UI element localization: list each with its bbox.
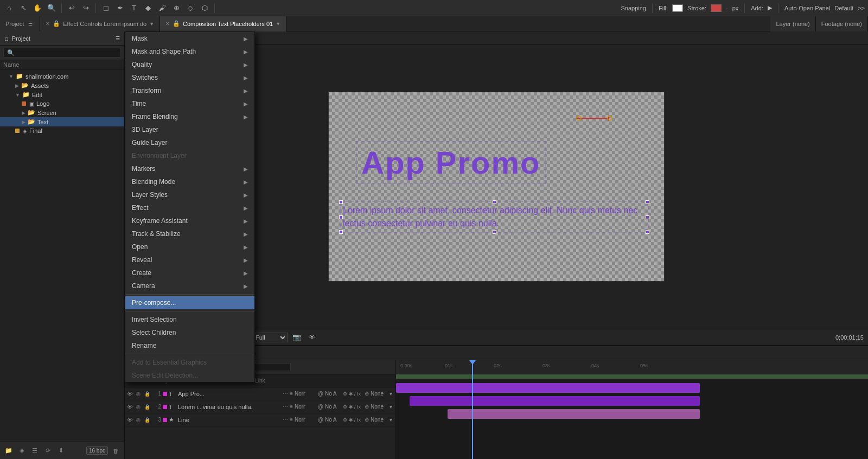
menu-transform[interactable]: Transform ▶ [125,84,254,97]
tree-snailmotion[interactable]: ▼ 📁 snailmotion.com [0,72,124,81]
tree-edit[interactable]: ▼ 📁 Edit [0,90,124,99]
zoom-tool[interactable]: 🔍 [46,2,58,14]
layer-2-parent[interactable]: None [371,404,387,410]
layer-1-parent[interactable]: None [371,391,387,397]
resolution-select[interactable]: Full Half Quarter [251,333,288,342]
menu-mask-shape[interactable]: Mask and Shape Path ▶ [125,45,254,58]
fill-color[interactable] [672,4,683,12]
layer-3-lock[interactable]: 🔒 [144,417,151,423]
layer-1-trkmat[interactable]: No A [325,391,341,397]
footage-tab[interactable]: Footage (none) [816,16,868,31]
track-bar-2[interactable] [410,396,700,406]
menu-effect[interactable]: Effect ▶ [125,201,254,214]
menu-time[interactable]: Time ▶ [125,97,254,110]
comp-snapshot-icon[interactable]: 📷 [291,331,303,343]
layer-1-lock[interactable]: 🔒 [144,391,151,397]
menu-layer-styles[interactable]: Layer Styles ▶ [125,188,254,201]
mask-tool[interactable]: ◻ [100,2,112,14]
layer-1-solo[interactable]: ◎ [136,391,143,397]
new-comp-icon[interactable]: ◈ [16,445,27,456]
effect-tab-arrow[interactable]: ▼ [149,21,154,27]
select-tool[interactable]: ↖ [17,2,29,14]
menu-switches[interactable]: Switches ▶ [125,71,254,84]
composition-tab[interactable]: ✕ 🔒 Composition Text Placeholders 01 ▼ [160,16,286,31]
project-search-input[interactable] [3,48,121,58]
extend-btn[interactable]: >> [858,5,865,11]
stroke-color[interactable] [711,4,722,12]
pen-tool[interactable]: ✒ [114,2,126,14]
layer-2-lock[interactable]: 🔒 [144,404,151,410]
auto-open-label[interactable]: Auto-Open Panel [784,5,830,11]
timeline-tracks[interactable]: 0;00s 01s 02s 03s 04s 05s [396,360,868,459]
clone-tool[interactable]: ⊕ [170,2,182,14]
layer-2-trkmat[interactable]: No A [325,404,341,410]
menu-precompose[interactable]: Pre-compose... [125,296,254,309]
track-bar-3[interactable] [448,409,700,419]
menu-quality[interactable]: Quality ▶ [125,58,254,71]
track-bar-1[interactable] [396,383,700,393]
text-tool[interactable]: T [128,2,140,14]
hand-tool[interactable]: ✋ [31,2,43,14]
home-tool[interactable]: ⌂ [3,2,15,14]
undo-tool[interactable]: ↩ [66,2,78,14]
layer-2-mode[interactable]: Norr [295,404,316,410]
menu-rename[interactable]: Rename [125,339,254,352]
tree-screen[interactable]: ▶ 📂 Screen [0,108,124,117]
timeline-playhead[interactable] [472,360,473,459]
effect-controls-tab[interactable]: ✕ 🔒 Effect Controls Lorem ipsum do ▼ [40,16,160,31]
layer-tab[interactable]: Layer (none) [770,16,815,31]
menu-3d-layer[interactable]: 3D Layer [125,123,254,136]
shape-tool[interactable]: ◆ [142,2,154,14]
menu-select-children[interactable]: Select Children [125,326,254,339]
layer-1-mode[interactable]: Norr [295,391,316,397]
layer-3-parent[interactable]: None [371,417,387,423]
layer-3-trkmat[interactable]: No A [325,417,341,423]
menu-frame-blending[interactable]: Frame Blending ▶ [125,110,254,123]
effect-controls-close[interactable]: ✕ [46,21,50,27]
tree-logo[interactable]: ▣ Logo [0,99,124,108]
tree-final[interactable]: ◈ Final [0,126,124,135]
layer-1-eye[interactable]: 👁 [127,391,135,397]
add-btn[interactable]: ▶ [768,4,772,11]
redo-tool[interactable]: ↪ [80,2,92,14]
layer-2-parent-arrow[interactable]: ▼ [388,404,393,410]
comp-tab-close[interactable]: ✕ [165,21,170,27]
menu-blending-mode[interactable]: Blending Mode ▶ [125,175,254,188]
menu-invert-selection[interactable]: Invert Selection [125,313,254,326]
new-item-icon[interactable]: ☰ [29,445,40,456]
tree-assets[interactable]: ▶ 📂 Assets [0,81,124,90]
project-tab-menu[interactable]: ☰ [27,20,34,28]
project-menu-icon[interactable]: ☰ [116,36,120,41]
menu-track-stabilize[interactable]: Track & Stabilize ▶ [125,227,254,240]
eraser-tool[interactable]: ◇ [184,2,196,14]
menu-guide-layer[interactable]: Guide Layer [125,136,254,149]
menu-markers[interactable]: Markers ▶ [125,162,254,175]
trash-icon[interactable]: 🗑 [110,445,121,456]
roto-tool[interactable]: ⬡ [199,2,210,14]
layer-3-solo[interactable]: ◎ [136,417,143,423]
menu-reveal[interactable]: Reveal ▶ [125,253,254,266]
layer-row-3[interactable]: 👁 ◎ 🔒 3 ★ Line ⋯ ≡ Norr @ No A ⚙ ✱ / fx … [125,413,395,426]
layer-2-eye[interactable]: 👁 [127,404,135,410]
layer-row-1[interactable]: 👁 ◎ 🔒 1 T App Pro... ⋯ ≡ Norr @ No A ⚙ ✱… [125,387,395,400]
layer-3-eye[interactable]: 👁 [127,417,135,423]
menu-camera[interactable]: Camera ▶ [125,279,254,292]
import-icon[interactable]: ⬇ [55,445,66,456]
tree-text[interactable]: ▶ 📂 Text [0,117,124,126]
paint-tool[interactable]: 🖌 [156,2,168,14]
project-tab[interactable]: Project ☰ [0,16,40,31]
layer-2-solo[interactable]: ◎ [136,404,143,410]
find-icon[interactable]: ⟳ [42,445,53,456]
layer-3-parent-arrow[interactable]: ▼ [388,417,393,423]
menu-create[interactable]: Create ▶ [125,266,254,279]
menu-mask[interactable]: Mask ▶ [125,32,254,45]
snapping-toggle[interactable]: Snapping [621,5,646,11]
layer-row-2[interactable]: 👁 ◎ 🔒 2 T Lorem i...vinar eu quis nulla.… [125,400,395,413]
comp-tab-arrow[interactable]: ▼ [276,21,280,27]
menu-open[interactable]: Open ▶ [125,240,254,253]
work-area-bar[interactable] [396,374,868,379]
layer-1-parent-arrow[interactable]: ▼ [388,391,393,397]
layer-3-mode[interactable]: Norr [295,417,316,423]
comp-view-icon[interactable]: 👁 [306,331,318,343]
new-folder-icon[interactable]: 📁 [3,445,14,456]
